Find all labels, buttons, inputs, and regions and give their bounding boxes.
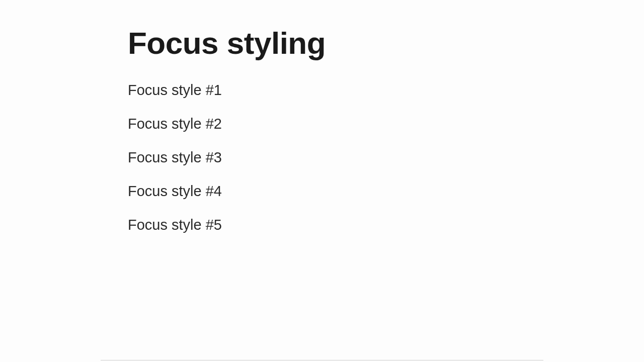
focus-style-link-3[interactable]: Focus style #3 (128, 149, 222, 166)
focus-style-link-2[interactable]: Focus style #2 (128, 116, 222, 132)
focus-style-list: Focus style #1 Focus style #2 Focus styl… (128, 82, 543, 233)
page-title: Focus styling (128, 25, 543, 61)
focus-style-link-1[interactable]: Focus style #1 (128, 82, 222, 99)
horizontal-divider (101, 360, 543, 360)
focus-style-link-4[interactable]: Focus style #4 (128, 183, 222, 200)
main-content: Focus styling Focus style #1 Focus style… (128, 0, 543, 233)
focus-style-link-5[interactable]: Focus style #5 (128, 217, 222, 233)
